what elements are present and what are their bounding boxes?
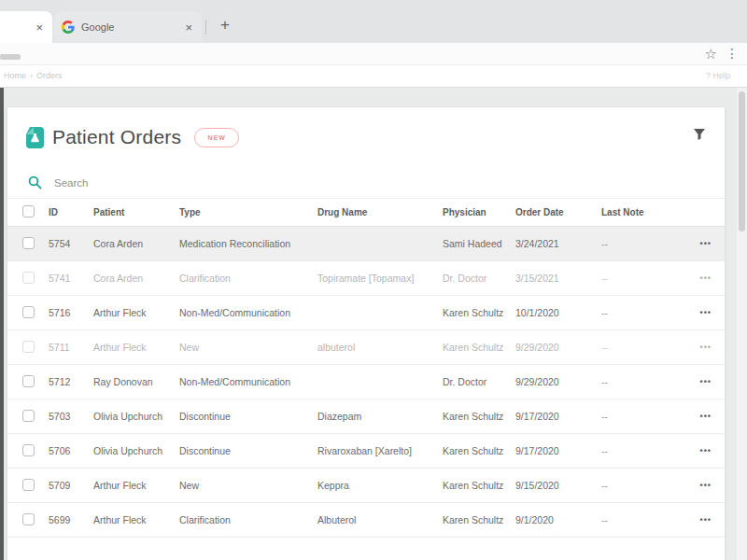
cell-type: Non-Med/Communication xyxy=(179,307,317,318)
page-title: Patient Orders xyxy=(52,126,181,148)
cell-patient: Cora Arden xyxy=(93,238,179,249)
table-row[interactable]: 5699Arthur FleckClarificationAlbuterolKa… xyxy=(7,503,725,538)
table-row[interactable]: 5754Cora ArdenMedication ReconciliationS… xyxy=(7,227,725,261)
new-tab-button[interactable]: + xyxy=(213,13,237,37)
cell-id: 5712 xyxy=(49,376,93,387)
row-checkbox[interactable] xyxy=(7,375,49,389)
scrollbar-thumb[interactable] xyxy=(739,91,745,231)
cell-drug-name: Albuterol xyxy=(317,514,443,525)
tab-google[interactable]: Google × xyxy=(54,11,202,43)
row-actions-button[interactable]: ••• xyxy=(700,377,725,386)
table-row[interactable]: 5716Arthur FleckNon-Med/CommunicationKar… xyxy=(7,296,725,330)
cell-last-note: -- xyxy=(601,445,685,456)
row-checkbox[interactable] xyxy=(7,410,49,424)
search-bar[interactable] xyxy=(7,167,725,199)
table-row[interactable]: 5712Ray DonovanNon-Med/CommunicationDr. … xyxy=(7,365,725,399)
cell-physician: Karen Schultz xyxy=(443,480,515,491)
tab-current[interactable]: × xyxy=(0,11,52,43)
cell-type: Clarification xyxy=(179,273,317,284)
row-checkbox[interactable] xyxy=(7,272,49,286)
cell-physician: Dr. Doctor xyxy=(443,273,515,284)
url-text-fragment xyxy=(0,54,21,60)
table-body: 5754Cora ArdenMedication ReconciliationS… xyxy=(7,227,725,538)
browser-menu-icon[interactable]: ⋮ xyxy=(726,46,739,61)
cell-order-date: 3/24/2021 xyxy=(515,238,601,249)
header-id: ID xyxy=(49,207,93,217)
page-body: Patient Orders NEW xyxy=(0,88,747,560)
cell-drug-name: albuterol xyxy=(317,342,443,353)
cell-last-note: -- xyxy=(601,480,685,491)
google-favicon xyxy=(62,21,75,34)
cell-patient: Arthur Fleck xyxy=(93,514,179,525)
card-header: Patient Orders NEW xyxy=(7,107,725,167)
scrollbar[interactable] xyxy=(737,88,747,560)
search-icon xyxy=(28,175,42,189)
patient-orders-card: Patient Orders NEW xyxy=(7,107,725,560)
tab-close-icon[interactable]: × xyxy=(34,21,45,34)
cell-type: New xyxy=(179,480,317,491)
browser-toolbar: ☆ ⋮ xyxy=(0,43,747,65)
row-actions-button[interactable]: ••• xyxy=(700,273,725,283)
cell-id: 5709 xyxy=(49,480,93,491)
cell-type: New xyxy=(179,342,317,353)
breadcrumb-current: Orders xyxy=(36,71,63,80)
help-label: Help xyxy=(712,71,730,80)
row-checkbox[interactable] xyxy=(7,341,49,355)
search-input[interactable] xyxy=(54,177,428,189)
cell-order-date: 9/29/2020 xyxy=(515,342,601,353)
cell-type: Medication Reconciliation xyxy=(179,238,317,249)
table-row[interactable]: 5709Arthur FleckNewKeppraKaren Schultz9/… xyxy=(7,469,725,503)
tab-bar: × Google × + xyxy=(0,0,747,43)
row-checkbox[interactable] xyxy=(7,444,49,458)
cell-drug-name: Keppra xyxy=(317,480,443,491)
tab-label: Google xyxy=(81,21,183,33)
cell-last-note: -- xyxy=(601,514,685,525)
cell-id: 5699 xyxy=(49,514,93,525)
bookmark-star-icon[interactable]: ☆ xyxy=(705,46,717,63)
new-order-button[interactable]: NEW xyxy=(194,128,239,147)
select-all-checkbox[interactable] xyxy=(7,205,49,219)
table-row[interactable]: 5706Olivia UpchurchDiscontinueRivaroxaba… xyxy=(7,434,725,469)
header-drug-name: Drug Name xyxy=(317,207,443,217)
row-actions-button[interactable]: ••• xyxy=(700,412,725,421)
row-actions-button[interactable]: ••• xyxy=(700,308,725,317)
cell-drug-name: Rivaroxaban [Xarelto] xyxy=(317,445,443,456)
help-link[interactable]: ? Help xyxy=(706,71,730,80)
row-checkbox[interactable] xyxy=(7,306,49,320)
cell-last-note: -- xyxy=(601,342,685,353)
cell-order-date: 9/15/2020 xyxy=(515,480,601,491)
cell-last-note: -- xyxy=(601,307,685,318)
filter-icon[interactable] xyxy=(693,128,712,147)
breadcrumb-bar: Home›Orders ? Help xyxy=(0,65,747,88)
sidebar-edge xyxy=(0,88,4,560)
cell-patient: Olivia Upchurch xyxy=(93,445,179,456)
table-row[interactable]: 5741Cora ArdenClarificationTopiramate [T… xyxy=(7,261,725,296)
cell-physician: Karen Schultz xyxy=(443,342,515,353)
row-actions-button[interactable]: ••• xyxy=(700,343,725,352)
row-checkbox[interactable] xyxy=(7,513,49,527)
cell-patient: Ray Donovan xyxy=(93,376,179,387)
breadcrumb-separator-icon: › xyxy=(30,71,33,80)
row-actions-button[interactable]: ••• xyxy=(700,515,725,525)
cell-physician: Karen Schultz xyxy=(443,411,515,422)
cell-patient: Arthur Fleck xyxy=(93,307,179,318)
cell-patient: Olivia Upchurch xyxy=(93,411,179,422)
cell-order-date: 10/1/2020 xyxy=(515,307,601,318)
row-checkbox[interactable] xyxy=(7,479,49,493)
breadcrumb-home[interactable]: Home xyxy=(4,71,26,80)
header-patient: Patient xyxy=(93,207,179,217)
table-row[interactable]: 5711Arthur FleckNewalbuterolKaren Schult… xyxy=(7,330,725,365)
row-actions-button[interactable]: ••• xyxy=(700,239,725,248)
table-row[interactable]: 5703Olivia UpchurchDiscontinueDiazepamKa… xyxy=(7,399,725,434)
cell-last-note: -- xyxy=(601,411,685,422)
row-actions-button[interactable]: ••• xyxy=(700,481,725,490)
row-actions-button[interactable]: ••• xyxy=(700,446,725,455)
cell-drug-name: Topiramate [Topamax] xyxy=(317,273,443,284)
cell-order-date: 9/29/2020 xyxy=(515,376,601,387)
tab-close-icon[interactable]: × xyxy=(183,21,194,34)
cell-type: Clarification xyxy=(179,514,317,525)
row-checkbox[interactable] xyxy=(7,237,49,251)
cell-last-note: -- xyxy=(601,238,685,249)
cell-id: 5711 xyxy=(49,342,93,353)
cell-order-date: 9/17/2020 xyxy=(515,411,601,422)
